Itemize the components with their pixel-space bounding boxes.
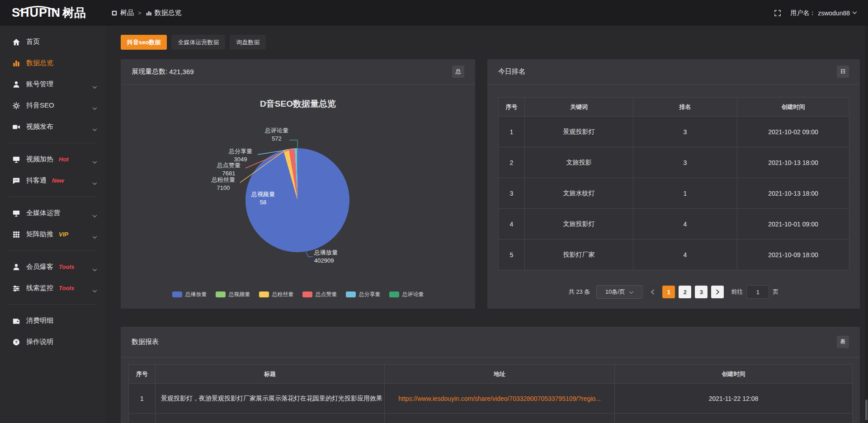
sidebar-divider <box>8 197 97 197</box>
breadcrumb-separator: > <box>138 9 142 16</box>
legend-swatch <box>172 291 182 297</box>
breadcrumb: 树品 > 数据总览 <box>111 9 182 17</box>
sidebar-item-label: 抖音SEO <box>26 101 54 110</box>
legend-item-总播放量[interactable]: 总播放量 <box>172 291 207 298</box>
rank-col-创建时间: 创建时间 <box>737 98 849 117</box>
pie-label-like: 总点赞量 7681 <box>202 161 256 178</box>
rank-cell: 4 <box>633 240 737 270</box>
pie-label-play: 总播放量 402909 <box>314 249 377 265</box>
sidebar-item-会员爆客[interactable]: 会员爆客Tools <box>0 256 105 277</box>
pagination: 共 23 条10条/页123前往页 <box>487 285 860 299</box>
page-size-select[interactable]: 10条/页 <box>596 285 642 299</box>
tab-询盘数据[interactable]: 询盘数据 <box>230 35 266 50</box>
video-camera-icon <box>12 123 20 131</box>
sidebar-item-视频发布[interactable]: 视频发布 <box>0 116 105 137</box>
pie-legend: 总播放量总视频量总粉丝量总点赞量总分享量总评论量 <box>121 291 475 298</box>
total-view-button[interactable]: 总 <box>452 66 464 78</box>
sidebar-item-label: 首页 <box>26 38 40 46</box>
tab-全媒体运营数据[interactable]: 全媒体运营数据 <box>171 35 225 50</box>
logo-arc-icon <box>17 5 59 12</box>
rank-row: 3文旅水纹灯12021-10-13 18:00 <box>499 178 849 209</box>
page-button-1[interactable]: 1 <box>662 286 675 298</box>
rank-cell: 2021-10-09 18:00 <box>737 240 849 270</box>
page-button-3[interactable]: 3 <box>695 286 708 298</box>
svg-text:?: ? <box>15 339 18 344</box>
goto-page-input[interactable] <box>746 285 769 299</box>
next-page-button[interactable] <box>711 286 724 298</box>
legend-item-总视频量[interactable]: 总视频量 <box>216 291 250 298</box>
sidebar: 首页数据总览账号管理抖音SEO视频发布视频加热Hot抖客通New全媒体运营矩阵助… <box>0 26 105 423</box>
app-logo: SHUPIN 树品 <box>0 5 105 21</box>
rank-cell: 1 <box>499 117 525 147</box>
rank-cell: 2 <box>499 147 525 178</box>
sidebar-item-消费明细[interactable]: 消费明细 <box>0 310 105 331</box>
sidebar-item-全媒体运营[interactable]: 全媒体运营 <box>0 202 105 224</box>
report-url-link[interactable]: https://www.iesdouyin.com/share/video/70… <box>398 395 601 402</box>
sidebar-item-label: 全媒体运营 <box>26 209 60 217</box>
breadcrumb-home[interactable]: 树品 <box>111 9 134 17</box>
pie-chart-title: D音SEO数据量总览 <box>121 98 475 110</box>
rank-panel-title: 今日排名 <box>498 67 525 76</box>
chevron-down-icon <box>629 289 634 296</box>
legend-item-总粉丝量[interactable]: 总粉丝量 <box>259 291 294 298</box>
douyin-seo-panel: 展现量总数: 421,369 总 D音SEO数据量总览 总评论量 572 总分享… <box>121 59 475 309</box>
rank-row: 1景观投影灯32021-10-02 09:00 <box>499 117 849 147</box>
user-menu[interactable]: 用户名： zswodun88 <box>790 9 857 17</box>
logo-text-cn: 树品 <box>62 5 86 21</box>
sidebar-item-矩阵助推[interactable]: 矩阵助推VIP <box>0 224 105 245</box>
legend-item-总点赞量[interactable]: 总点赞量 <box>302 291 337 298</box>
sidebar-item-label: 视频发布 <box>26 122 53 131</box>
legend-item-总评论量[interactable]: 总评论量 <box>389 291 424 298</box>
goto-suffix: 页 <box>773 288 778 296</box>
legend-label: 总粉丝量 <box>272 291 294 298</box>
sidebar-divider <box>8 250 97 251</box>
rank-row: 2文旅投影32021-10-13 18:00 <box>499 147 849 178</box>
rank-cell: 2021-10-13 18:00 <box>737 147 849 178</box>
legend-swatch <box>302 291 312 297</box>
tab-bar: 抖音seo数据全媒体运营数据询盘数据 <box>121 35 266 50</box>
legend-item-总分享量[interactable]: 总分享量 <box>346 291 381 298</box>
sidebar-item-label: 账号管理 <box>26 80 53 89</box>
sidebar-item-首页[interactable]: 首页 <box>0 31 105 52</box>
sliders-icon <box>12 284 20 292</box>
scrollbar-thumb[interactable] <box>865 400 868 420</box>
sidebar-item-操作说明[interactable]: ?操作说明 <box>0 331 105 352</box>
rank-cell: 2021-10-13 18:00 <box>737 178 849 209</box>
table-view-button[interactable]: 表 <box>837 336 849 348</box>
prev-page-button[interactable] <box>646 286 659 298</box>
pie-label-fans: 总粉丝量 7100 <box>196 176 250 192</box>
legend-label: 总视频量 <box>229 291 250 298</box>
home-icon <box>12 38 20 46</box>
rank-table-header: 序号关键词排名创建时间 <box>499 98 849 117</box>
day-view-button[interactable]: 日 <box>837 66 849 78</box>
sidebar-item-数据总览[interactable]: 数据总览 <box>0 52 105 74</box>
sidebar-item-账号管理[interactable]: 账号管理 <box>0 74 105 95</box>
sidebar-item-抖客通[interactable]: 抖客通New <box>0 170 105 191</box>
username-value: zswodun88 <box>818 9 850 17</box>
chevron-down-icon <box>852 11 857 14</box>
sidebar-item-线索监控[interactable]: 线索监控Tools <box>0 277 105 299</box>
page-size-value: 10条/页 <box>605 288 625 296</box>
dashboard-icon <box>111 10 118 16</box>
chevron-down-icon <box>92 104 97 112</box>
report-cell-title: 景观投影灯，夜游景观投影灯厂家展示展示落花灯在花园里的灯光投影应用效果 # <box>156 384 385 414</box>
rank-cell: 2021-10-01 09:00 <box>737 209 849 240</box>
chevron-down-icon <box>92 179 97 187</box>
rank-cell: 1 <box>633 178 737 209</box>
legend-swatch <box>216 291 226 297</box>
tab-抖音seo数据[interactable]: 抖音seo数据 <box>121 35 167 50</box>
legend-label: 总播放量 <box>185 291 207 298</box>
sidebar-item-抖音SEO[interactable]: 抖音SEO <box>0 95 105 116</box>
scrollbar <box>865 26 868 423</box>
rank-cell: 5 <box>499 240 525 270</box>
breadcrumb-current[interactable]: 数据总览 <box>146 9 182 17</box>
chevron-down-icon <box>92 265 97 273</box>
pie-label-video: 总视频量 58 <box>236 190 290 207</box>
chat-icon <box>12 177 20 185</box>
wallet-icon <box>12 317 20 325</box>
rank-cell: 3 <box>633 147 737 178</box>
page-button-2[interactable]: 2 <box>679 286 691 298</box>
fullscreen-icon[interactable] <box>774 9 781 17</box>
sidebar-item-视频加热[interactable]: 视频加热Hot <box>0 149 105 170</box>
rank-cell: 文旅投影 <box>525 147 633 178</box>
